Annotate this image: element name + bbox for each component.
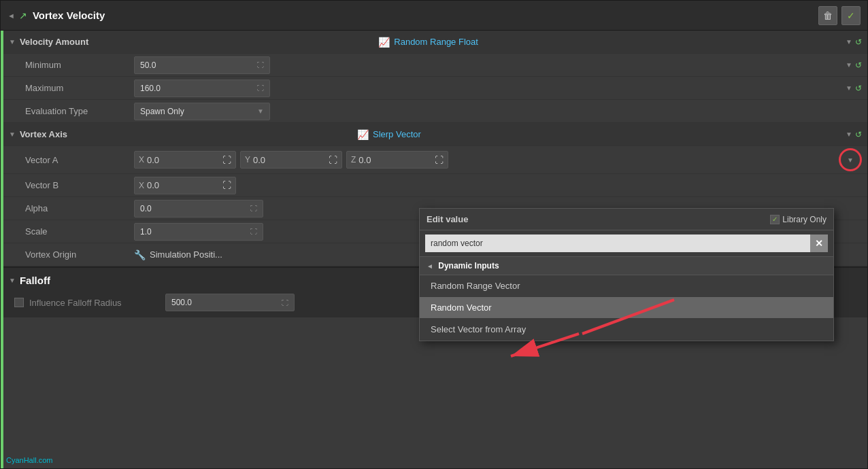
- velocity-type-display: 📈 Random Range Float: [378, 37, 478, 48]
- minimum-row-end: ▼ ↺: [840, 60, 862, 70]
- simulation-position-text: Simulation Positi...: [150, 249, 222, 260]
- dynamic-inputs-label: Dynamic Inputs: [438, 261, 499, 271]
- scale-label: Scale: [12, 226, 134, 237]
- expand-icon: ⛶: [282, 299, 288, 307]
- maximum-input[interactable]: 160.0 ⛶: [134, 80, 270, 97]
- vector-a-row-end: ▼: [833, 148, 862, 171]
- influence-falloff-label: Influence Falloff Radius: [29, 298, 165, 308]
- select-arrow-icon: ▼: [257, 107, 264, 115]
- alpha-input[interactable]: 0.0 ⛶: [134, 200, 263, 218]
- minimum-row: Minimum 50.0 ⛶ ▼ ↺: [3, 54, 867, 77]
- vortex-origin-label: Vortex Origin: [12, 249, 134, 260]
- influence-checkbox[interactable]: [14, 298, 24, 307]
- vortex-icon: ↗: [19, 10, 27, 21]
- edit-value-dropdown: Edit value ✓ Library Only ✕ ◄ Dynamic In…: [419, 208, 834, 341]
- scale-input[interactable]: 1.0 ⛶: [134, 223, 263, 241]
- minimum-input[interactable]: 50.0 ⛶: [134, 56, 270, 74]
- dropdown-arrow-icon[interactable]: ▼: [846, 61, 852, 69]
- expand-icon: ⛶: [435, 155, 444, 165]
- expand-icon: ⛶: [257, 61, 264, 69]
- expand-icon: ⛶: [329, 155, 337, 165]
- maximum-value-area: 160.0 ⛶: [134, 80, 840, 97]
- reset-icon[interactable]: ↺: [855, 37, 862, 47]
- vector-b-row: Vector B X 0.0 ⛶: [3, 174, 867, 197]
- vector-a-label: Vector A: [12, 155, 134, 165]
- vector-a-y-input[interactable]: Y 0.0 ⛶: [240, 151, 342, 169]
- section-collapse-icon[interactable]: ▼: [9, 131, 16, 138]
- eval-type-value-area: Spawn Only ▼: [134, 103, 862, 120]
- library-only-checkbox[interactable]: ✓: [770, 215, 780, 224]
- panel-header: ◄ ↗ Vortex Velocity 🗑 ✓: [1, 1, 867, 31]
- eval-type-row: Evaluation Type Spawn Only ▼: [3, 100, 867, 123]
- dynamic-inputs-section-header: ◄ Dynamic Inputs: [420, 257, 833, 275]
- vector-a-value-area: X 0.0 ⛶ Y 0.0 ⛶ Z 0.0 ⛶: [134, 151, 833, 169]
- vector-b-value-area: X 0.0 ⛶: [134, 177, 862, 194]
- random-range-float-icon: 📈: [378, 37, 390, 48]
- delete-button[interactable]: 🗑: [818, 6, 837, 25]
- velocity-amount-row-end: ▼ ↺: [840, 37, 862, 47]
- chevron-down-icon: ▼: [847, 156, 854, 164]
- main-panel: ◄ ↗ Vortex Velocity 🗑 ✓ ▼ Velocity Amoun…: [0, 0, 868, 469]
- falloff-collapse-icon[interactable]: ▼: [9, 277, 16, 284]
- vector-b-label: Vector B: [12, 180, 134, 190]
- expand-icon: ⛶: [250, 205, 257, 212]
- vector-a-dropdown-circled[interactable]: ▼: [839, 148, 862, 171]
- section-arrow-icon: ◄: [427, 262, 433, 270]
- influence-falloff-input[interactable]: 500.0 ⛶: [165, 294, 295, 311]
- vortex-axis-type-label: Slerp Vector: [373, 129, 421, 139]
- maximum-row-end: ▼ ↺: [840, 84, 862, 93]
- eval-type-select[interactable]: Spawn Only ▼: [134, 103, 270, 120]
- dropdown-arrow-icon[interactable]: ▼: [846, 84, 852, 92]
- vortex-axis-row-end: ▼ ↺: [840, 130, 862, 139]
- vector-b-x-input[interactable]: X 0.0 ⛶: [134, 177, 236, 194]
- collapse-arrow-icon[interactable]: ◄: [7, 12, 15, 20]
- watermark: CyanHall.com: [6, 456, 52, 464]
- search-clear-button[interactable]: ✕: [810, 234, 828, 252]
- search-row: ✕: [420, 230, 833, 257]
- green-accent-bar: [1, 31, 3, 468]
- simulation-icon: 🔧: [134, 249, 146, 260]
- vortex-axis-value: 📈 Slerp Vector: [67, 129, 840, 140]
- expand-icon: ⛶: [257, 84, 264, 92]
- maximum-row: Maximum 160.0 ⛶ ▼ ↺: [3, 77, 867, 100]
- slerp-vector-icon: 📈: [357, 129, 369, 140]
- library-only-section: ✓ Library Only: [770, 215, 827, 224]
- vector-a-x-input[interactable]: X 0.0 ⛶: [134, 151, 236, 169]
- random-vector-item[interactable]: Random Vector: [420, 297, 833, 319]
- reset-icon[interactable]: ↺: [855, 84, 862, 93]
- expand-icon: ⛶: [250, 228, 257, 235]
- maximum-label: Maximum: [12, 83, 134, 93]
- vector-a-z-input[interactable]: Z 0.0 ⛶: [346, 151, 448, 169]
- minimum-label: Minimum: [12, 60, 134, 70]
- velocity-amount-value: 📈 Random Range Float: [88, 37, 840, 48]
- alpha-label: Alpha: [12, 203, 134, 213]
- select-vector-from-array-item[interactable]: Select Vector from Array: [420, 319, 833, 341]
- vortex-axis-type-display: 📈 Slerp Vector: [357, 129, 421, 140]
- velocity-amount-section: ▼ Velocity Amount 📈 Random Range Float ▼…: [3, 31, 867, 54]
- falloff-title: Falloff: [20, 275, 50, 286]
- simulation-position-display: 🔧 Simulation Positi...: [134, 249, 222, 260]
- panel-title: Vortex Velocity: [33, 10, 818, 21]
- dropdown-arrow-icon[interactable]: ▼: [846, 38, 852, 46]
- enable-checkbox[interactable]: ✓: [841, 6, 861, 25]
- velocity-type-label: Random Range Float: [394, 37, 478, 47]
- eval-type-label: Evaluation Type: [12, 106, 134, 116]
- dropdown-title: Edit value: [427, 214, 468, 224]
- vector-a-row: Vector A X 0.0 ⛶ Y 0.0 ⛶ Z 0.0 ⛶: [3, 146, 867, 174]
- random-range-vector-item[interactable]: Random Range Vector: [420, 275, 833, 297]
- search-input[interactable]: [425, 234, 810, 252]
- library-only-label: Library Only: [782, 215, 827, 224]
- velocity-amount-label: Velocity Amount: [20, 37, 88, 47]
- reset-icon[interactable]: ↺: [855, 60, 862, 70]
- vortex-axis-label: Vortex Axis: [20, 129, 67, 139]
- dropdown-header: Edit value ✓ Library Only: [420, 209, 833, 230]
- header-actions: 🗑 ✓: [818, 6, 861, 25]
- vortex-axis-section: ▼ Vortex Axis 📈 Slerp Vector ▼ ↺: [3, 123, 867, 146]
- section-collapse-icon[interactable]: ▼: [9, 38, 16, 46]
- dropdown-arrow-icon[interactable]: ▼: [846, 131, 852, 138]
- reset-icon[interactable]: ↺: [855, 130, 862, 139]
- minimum-value-area: 50.0 ⛶: [134, 56, 840, 74]
- expand-icon: ⛶: [222, 180, 231, 190]
- expand-icon: ⛶: [222, 155, 231, 165]
